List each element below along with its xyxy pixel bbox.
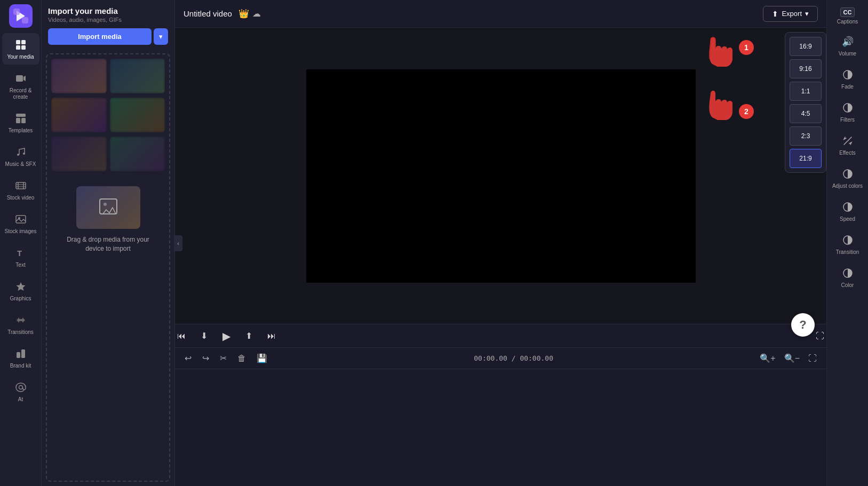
- help-icon: ?: [799, 318, 806, 332]
- sidebar-item-your-media[interactable]: Your media: [2, 33, 39, 65]
- sidebar-item-graphics[interactable]: Graphics: [2, 275, 39, 306]
- aspect-ratio-21-9[interactable]: 21:9: [790, 149, 822, 168]
- aspect-ratio-1-1[interactable]: 1:1: [790, 82, 822, 101]
- svg-rect-3: [16, 40, 20, 44]
- sidebar-item-stock-images[interactable]: Stock images: [2, 208, 39, 239]
- svg-point-25: [103, 203, 107, 206]
- sidebar-item-label: Music & SFX: [5, 161, 36, 168]
- sidebar-item-at[interactable]: At: [2, 376, 39, 407]
- aspect-ratio-4-5[interactable]: 4:5: [790, 104, 822, 123]
- import-media-dropdown-button[interactable]: ▾: [154, 28, 168, 45]
- title-icons: 👑 ☁: [238, 9, 261, 19]
- sidebar-item-brand-kit[interactable]: Brand kit: [2, 342, 39, 373]
- right-panel-adjust-colors[interactable]: Adjust colors: [829, 162, 866, 193]
- cut-button[interactable]: ✂: [217, 351, 230, 365]
- sidebar-item-text[interactable]: T Text: [2, 241, 39, 273]
- app-logo: [9, 4, 33, 28]
- svg-rect-10: [21, 118, 26, 123]
- skip-forward-button[interactable]: ⏭: [265, 329, 278, 343]
- undo-button[interactable]: ↩: [181, 351, 195, 365]
- aspect-ratio-9-16[interactable]: 9:16: [790, 59, 822, 78]
- sidebar-item-stock-video[interactable]: Stock video: [2, 174, 39, 205]
- sidebar-nav: Your media Record &create Templates: [0, 0, 42, 486]
- upload-icon-box[interactable]: [76, 186, 140, 229]
- media-thumbnail[interactable]: [110, 137, 165, 171]
- zoom-out-button[interactable]: 🔍−: [781, 351, 803, 365]
- aspect-ratio-16-9[interactable]: 16:9: [790, 37, 822, 56]
- sidebar-item-music-sfx[interactable]: Music & SFX: [2, 140, 39, 172]
- badge-1: 1: [739, 40, 754, 55]
- crown-icon: 👑: [238, 9, 249, 19]
- sidebar-item-record-create[interactable]: Record &create: [2, 67, 39, 105]
- media-thumbnail[interactable]: [51, 59, 107, 93]
- svg-marker-20: [16, 282, 25, 291]
- play-button[interactable]: ▶: [220, 328, 233, 345]
- color-icon: [840, 266, 855, 281]
- sidebar-item-templates[interactable]: Templates: [2, 107, 39, 138]
- main-area: Untitled video 👑 ☁ ⬆ Export ▾ ⏮: [175, 0, 826, 486]
- right-panel-transition[interactable]: Transition: [829, 228, 866, 259]
- media-thumbnail-row: [51, 98, 165, 132]
- rewind-button[interactable]: ⬇: [198, 329, 210, 343]
- panel-collapse-arrow[interactable]: ‹: [174, 235, 182, 251]
- right-panel-label: Fade: [841, 84, 854, 90]
- right-panel-filters[interactable]: Filters: [829, 96, 866, 127]
- media-drop-area[interactable]: Drag & drop media from your device to im…: [46, 53, 170, 482]
- timecode-display: 00:00.00 / 00:00.00: [275, 354, 752, 362]
- right-panel-volume[interactable]: 🔊 Volume: [829, 30, 866, 61]
- media-thumbnail-row: [51, 137, 165, 171]
- import-media-button[interactable]: Import media: [48, 28, 152, 45]
- fit-button[interactable]: ⛶: [805, 351, 820, 365]
- captions-button[interactable]: CC Captions: [835, 4, 860, 28]
- adjust-colors-icon: [840, 166, 855, 181]
- media-thumbnail[interactable]: [51, 137, 107, 171]
- video-title[interactable]: Untitled video: [184, 9, 232, 18]
- transition-icon: [840, 233, 855, 248]
- zoom-in-button[interactable]: 🔍+: [756, 351, 778, 365]
- brand-icon: [13, 346, 28, 361]
- media-thumbnail[interactable]: [51, 98, 107, 132]
- sidebar-item-label: Graphics: [10, 296, 31, 302]
- right-panel-fade[interactable]: Fade: [829, 63, 866, 94]
- sidebar-item-label: At: [18, 396, 23, 403]
- right-panel-label: Filters: [840, 117, 855, 123]
- skip-back-button[interactable]: ⏮: [175, 329, 188, 343]
- transitions-icon: [13, 313, 28, 328]
- sidebar-item-label: Text: [15, 262, 25, 268]
- redo-button[interactable]: ↪: [199, 351, 212, 365]
- svg-rect-22: [21, 349, 25, 358]
- media-thumbnail[interactable]: [110, 59, 165, 93]
- aspect-ratio-2-3[interactable]: 2:3: [790, 126, 822, 146]
- effects-icon: [840, 133, 855, 148]
- svg-rect-5: [16, 45, 20, 50]
- sidebar-item-transitions[interactable]: Transitions: [2, 308, 39, 340]
- filters-icon: [840, 100, 855, 115]
- save-button[interactable]: 💾: [253, 351, 270, 365]
- sidebar-item-label: Record &create: [10, 87, 32, 100]
- image-icon: [13, 212, 28, 227]
- svg-point-11: [23, 153, 25, 155]
- forward-button[interactable]: ⬆: [243, 329, 254, 343]
- right-panel-effects[interactable]: Effects: [829, 129, 866, 160]
- fullscreen-button[interactable]: ⛶: [814, 329, 826, 343]
- film-icon: [13, 178, 28, 193]
- graphics-icon: [13, 279, 28, 294]
- delete-button[interactable]: 🗑: [234, 352, 249, 365]
- svg-rect-2: [22, 17, 28, 23]
- help-button[interactable]: ?: [791, 313, 815, 337]
- layout-icon: [13, 111, 28, 126]
- video-icon: [13, 71, 28, 86]
- media-panel-header: Import your media Videos, audio, images,…: [42, 0, 174, 49]
- sidebar-item-label: Your media: [7, 54, 34, 60]
- svg-rect-7: [16, 75, 23, 82]
- media-thumbnail[interactable]: [110, 98, 165, 132]
- volume-icon: 🔊: [840, 34, 855, 49]
- captions-label: Captions: [837, 19, 858, 25]
- svg-rect-9: [16, 118, 20, 123]
- badge-2: 2: [739, 104, 754, 119]
- export-button[interactable]: ⬆ Export ▾: [763, 6, 818, 22]
- svg-text:T: T: [17, 249, 22, 258]
- right-panel-color[interactable]: Color: [829, 261, 866, 292]
- right-panel-label: Adjust colors: [832, 183, 863, 189]
- right-panel-speed[interactable]: Speed: [829, 195, 866, 226]
